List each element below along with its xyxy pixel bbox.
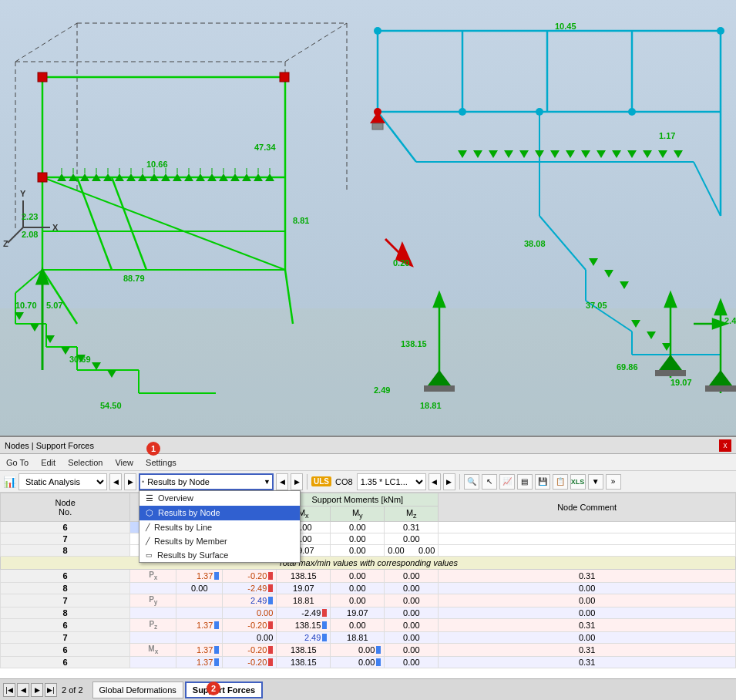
prev-page-btn[interactable]: ◀ <box>17 683 29 697</box>
total-row: 6 Px 1.37 -0.20 138.15 0.00 0.00 0.31 <box>1 570 736 583</box>
menu-goto[interactable]: Go To <box>3 457 32 468</box>
chart-icon[interactable]: 📈 <box>499 474 515 490</box>
lc-next-btn[interactable]: ▶ <box>443 473 455 490</box>
svg-point-151 <box>374 27 381 35</box>
table-container[interactable]: NodeNo. Px Py Pz Support Moments [kNm] N… <box>0 493 736 678</box>
svg-text:Y: Y <box>20 189 26 198</box>
svg-marker-129 <box>604 270 613 278</box>
svg-marker-72 <box>76 355 86 362</box>
filter-icon[interactable]: ▼ <box>588 474 603 490</box>
copy-icon[interactable]: 📋 <box>553 474 568 490</box>
save-icon[interactable]: 💾 <box>535 474 550 490</box>
svg-marker-24 <box>92 173 101 181</box>
table-row: 6 138.15 0.00 0.00 0.31 <box>1 522 736 533</box>
svg-text:Z: Z <box>3 239 8 248</box>
lc-prev-btn[interactable]: ◀ <box>428 473 441 490</box>
tab-global-deformations[interactable]: Global Deformations <box>92 681 183 698</box>
svg-point-149 <box>628 108 636 116</box>
statusbar: |◀ ◀ ▶ ▶| 2 of 2 Global Deformations Sup… <box>0 678 736 700</box>
svg-marker-70 <box>45 335 55 343</box>
dropdown-overview[interactable]: ☰ Overview <box>139 491 300 506</box>
results-next-btn[interactable]: ▶ <box>291 473 303 490</box>
menu-edit[interactable]: Edit <box>38 457 59 468</box>
node-icon: ⬡ <box>146 508 153 518</box>
close-button[interactable]: x <box>719 439 731 452</box>
svg-text:2.23: 2.23 <box>22 212 38 221</box>
first-page-btn[interactable]: |◀ <box>3 683 15 697</box>
svg-marker-127 <box>674 150 683 158</box>
svg-line-107 <box>694 162 721 216</box>
svg-rect-155 <box>655 370 686 376</box>
total-row: 8 0.00 -2.49 19.07 0.00 0.00 <box>1 607 736 619</box>
static-analysis-icon: 📊 <box>3 476 16 488</box>
svg-text:88.79: 88.79 <box>123 274 145 283</box>
total-row: 6 1.37 -0.20 138.15 0.00 0.00 0.31 <box>1 657 736 668</box>
svg-marker-74 <box>107 370 116 378</box>
svg-text:30.69: 30.69 <box>69 355 91 364</box>
menu-view[interactable]: View <box>112 457 136 468</box>
dropdown-results-by-surface[interactable]: ▭ Results by Surface <box>139 548 300 562</box>
co8-label: CO8 <box>334 477 355 486</box>
dropdown-results-by-line[interactable]: ╱ Results by Line <box>139 520 300 534</box>
results-prev-btn[interactable]: ◀ <box>276 473 288 490</box>
svg-marker-28 <box>138 173 147 181</box>
dropdown-results-by-member[interactable]: ╱ Results by Member <box>139 534 300 548</box>
svg-line-3 <box>285 23 347 62</box>
cell-my: 0.00 <box>331 522 385 533</box>
svg-marker-124 <box>627 150 637 158</box>
svg-marker-36 <box>230 173 240 181</box>
separator-1 <box>307 474 308 490</box>
svg-marker-139 <box>665 293 676 307</box>
svg-marker-25 <box>103 173 113 181</box>
svg-marker-32 <box>184 173 193 181</box>
results-combo[interactable]: • Results by Node ▼ <box>139 473 274 490</box>
svg-marker-35 <box>219 173 228 181</box>
svg-text:37.05: 37.05 <box>586 301 607 310</box>
next-btn[interactable]: ▶ <box>124 473 136 490</box>
svg-rect-153 <box>424 385 455 392</box>
lc-combo[interactable]: 1.35 * LC1... <box>357 473 426 490</box>
table-icon[interactable]: ▤ <box>517 474 533 490</box>
prev-btn[interactable]: ◀ <box>109 473 122 490</box>
page-indicator: 2 of 2 <box>59 685 86 695</box>
svg-rect-79 <box>38 173 47 182</box>
cursor-icon[interactable]: ↖ <box>482 474 497 490</box>
member-icon: ╱ <box>146 537 150 545</box>
menu-selection[interactable]: Selection <box>65 457 106 468</box>
svg-text:5.07: 5.07 <box>46 301 62 310</box>
more-icon[interactable]: » <box>606 474 621 490</box>
svg-marker-131 <box>631 320 640 328</box>
svg-marker-120 <box>566 150 575 158</box>
cell-node: 8 <box>1 545 130 557</box>
last-page-btn[interactable]: ▶| <box>45 683 57 697</box>
cell-comment <box>439 545 736 557</box>
svg-marker-154 <box>659 355 682 370</box>
svg-point-144 <box>374 108 381 116</box>
svg-line-4 <box>15 23 77 62</box>
static-analysis-combo[interactable]: Static Analysis <box>18 473 107 490</box>
total-row: 8 0.00 -2.49 19.07 0.00 0.00 0.00 <box>1 583 736 594</box>
cell-comment <box>439 533 736 545</box>
svg-line-14 <box>42 270 77 324</box>
svg-marker-76 <box>37 270 48 284</box>
svg-marker-152 <box>428 370 451 385</box>
svg-text:69.86: 69.86 <box>617 362 638 372</box>
svg-text:10.66: 10.66 <box>146 160 168 169</box>
excel-icon[interactable]: XLS <box>570 474 586 490</box>
svg-marker-33 <box>196 173 205 181</box>
dropdown-results-by-node[interactable]: ⬡ Results by Node <box>139 506 300 520</box>
zoom-icon[interactable]: 🔍 <box>464 474 479 490</box>
results-dropdown: ☰ Overview ⬡ Results by Node ╱ Results b… <box>139 490 301 563</box>
total-row: 6 Pz 1.37 -0.20 138.15 0.00 0.00 0.31 <box>1 619 736 632</box>
next-page-btn[interactable]: ▶ <box>31 683 43 697</box>
tab-support-forces[interactable]: Support Forces <box>185 681 263 698</box>
cell-node: 6 <box>1 522 130 533</box>
menu-settings[interactable]: Settings <box>143 457 180 468</box>
svg-text:10.70: 10.70 <box>15 301 37 310</box>
svg-marker-38 <box>254 173 263 181</box>
table-row: 7 18.81 0.00 0.00 0.00 <box>1 533 736 545</box>
svg-marker-137 <box>715 301 726 315</box>
svg-marker-130 <box>620 281 629 289</box>
svg-text:54.50: 54.50 <box>100 401 122 410</box>
badge-1: 1 <box>146 442 160 456</box>
